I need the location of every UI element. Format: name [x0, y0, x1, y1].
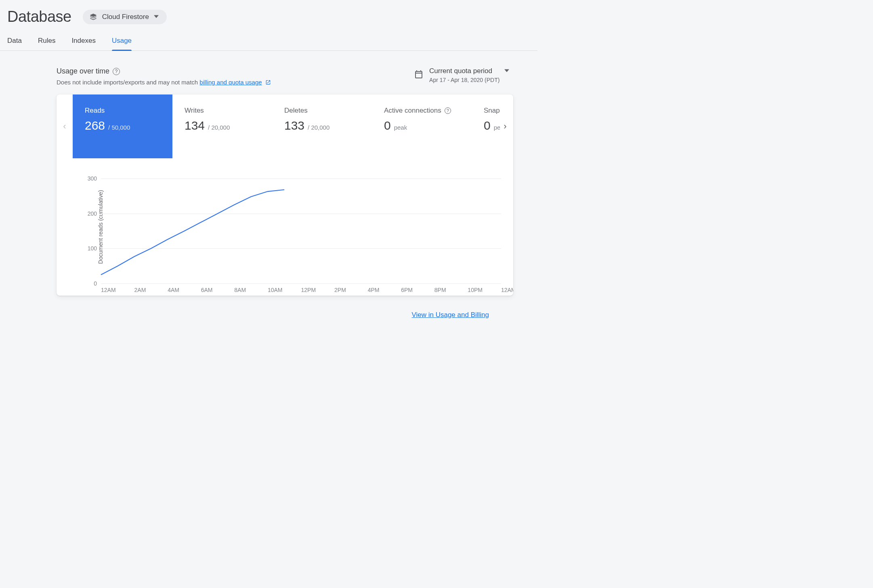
chevron-down-icon — [504, 67, 509, 75]
gridline — [101, 284, 501, 284]
chart-line — [101, 178, 501, 284]
metric-name: Reads — [85, 107, 105, 115]
y-tick: 100 — [81, 245, 97, 252]
tab-indexes[interactable]: Indexes — [71, 37, 96, 50]
metric-name: Active connections — [384, 107, 441, 115]
tab-usage[interactable]: Usage — [112, 37, 132, 50]
metric-tab-writes[interactable]: Writes134/ 20,000 — [172, 94, 272, 158]
period-dropdown[interactable]: Current quota period Apr 17 - Apr 18, 20… — [414, 67, 513, 83]
metric-value: 0 — [384, 119, 391, 132]
scroll-right-button[interactable]: › — [497, 94, 513, 158]
metric-tab-deletes[interactable]: Deletes133/ 20,000 — [272, 94, 372, 158]
metric-value: 0 — [484, 119, 491, 132]
period-label: Current quota period — [429, 67, 492, 75]
y-tick: 0 — [81, 280, 97, 287]
help-icon[interactable]: ? — [445, 107, 451, 114]
chevron-left-icon: ‹ — [63, 121, 66, 132]
database-selector-label: Cloud Firestore — [102, 13, 149, 21]
y-tick: 200 — [81, 210, 97, 217]
metric-limit: / 20,000 — [308, 124, 329, 131]
metric-limit: / 20,000 — [208, 124, 230, 131]
chevron-right-icon: › — [504, 121, 506, 132]
metric-limit: / 50,000 — [108, 124, 130, 131]
chevron-down-icon — [154, 13, 159, 21]
period-range: Apr 17 - Apr 18, 2020 (PDT) — [429, 77, 509, 83]
tabs: DataRulesIndexesUsage — [0, 25, 537, 51]
metric-tab-snapshot-listeners[interactable]: Snapsh0peak — [472, 94, 500, 158]
view-usage-billing-link[interactable]: View in Usage and Billing — [411, 311, 489, 319]
section-title: Usage over time — [57, 67, 109, 76]
tab-data[interactable]: Data — [7, 37, 22, 50]
scroll-left-button[interactable]: ‹ — [57, 94, 73, 158]
page-title: Database — [7, 8, 71, 25]
x-axis: 12AM2AM4AM6AM8AM10AM12PM2PM4PM6PM8PM10PM… — [101, 287, 501, 293]
billing-quota-link[interactable]: billing and quota usage — [199, 79, 262, 86]
external-link-icon — [265, 80, 271, 86]
metric-limit: peak — [394, 124, 407, 131]
calendar-icon — [414, 69, 424, 81]
metric-tab-active-connections[interactable]: Active connections?0peak — [372, 94, 472, 158]
metric-name: Deletes — [284, 107, 308, 115]
metric-tab-reads[interactable]: Reads268/ 50,000 — [73, 94, 172, 158]
metric-value: 134 — [185, 119, 205, 132]
database-selector-dropdown[interactable]: Cloud Firestore — [83, 10, 167, 24]
chart-plot: 010020030012AM2AM4AM6AM8AM10AM12PM2PM4PM… — [101, 178, 501, 284]
metric-name: Writes — [185, 107, 204, 115]
firestore-icon — [89, 13, 97, 21]
section-subtitle: Does not include imports/exports and may… — [57, 79, 271, 86]
tab-rules[interactable]: Rules — [38, 37, 55, 50]
usage-card: ‹ Reads268/ 50,000Writes134/ 20,000Delet… — [57, 94, 513, 296]
metric-value: 268 — [85, 119, 105, 132]
metric-value: 133 — [284, 119, 304, 132]
y-tick: 300 — [81, 175, 97, 182]
help-icon[interactable]: ? — [113, 68, 120, 75]
